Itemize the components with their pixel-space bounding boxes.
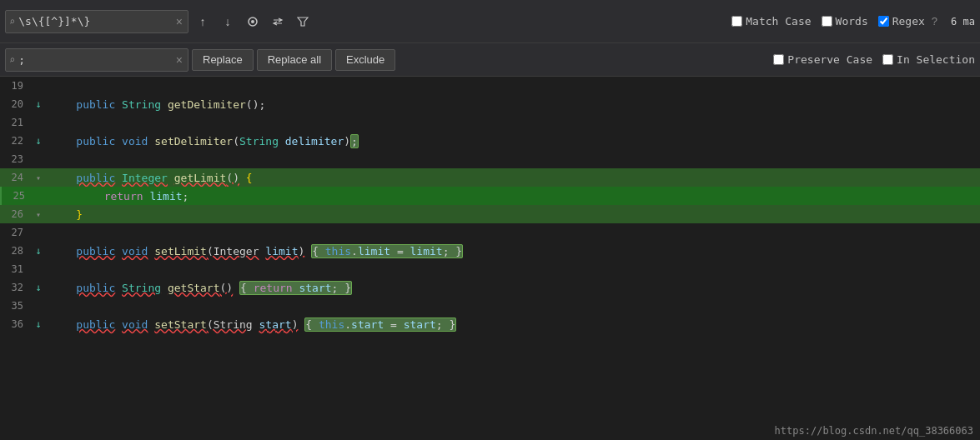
line-gutter: ↓ bbox=[30, 135, 47, 147]
code-line-22: 22 ↓ public void setDelimiter(String del… bbox=[0, 132, 980, 150]
replace-options: Preserve Case In Selection bbox=[768, 53, 975, 66]
code-line-23: 23 bbox=[0, 150, 980, 168]
next-match-button[interactable]: ↓ bbox=[217, 11, 239, 32]
code-line-32: 32 ↓ public String getStart() { return s… bbox=[0, 278, 980, 297]
toolbar-left: ⌕ × ↑ ↓ bbox=[5, 10, 723, 33]
toolbar-right: Match Case Words Regex ? 6 ma bbox=[726, 15, 975, 28]
replace-button[interactable]: Replace bbox=[192, 49, 254, 71]
line-number: 21 bbox=[0, 117, 30, 128]
toggle-replace-button[interactable] bbox=[267, 11, 289, 32]
code-line-21: 21 bbox=[0, 113, 980, 132]
line-content: public String getDelimiter(); bbox=[47, 98, 265, 111]
search-icon: ⌕ bbox=[9, 16, 15, 28]
code-line-25: 25 return limit; bbox=[0, 187, 980, 205]
words-label: Words bbox=[836, 15, 868, 28]
line-content: return limit; bbox=[48, 190, 188, 202]
in-selection-checkbox[interactable] bbox=[882, 54, 893, 65]
line-gutter: ▾ bbox=[30, 173, 47, 182]
line-gutter: ↓ bbox=[30, 282, 47, 293]
line-number: 26 bbox=[0, 208, 30, 220]
line-content: public Integer getLimit() { bbox=[47, 172, 253, 184]
search-input[interactable] bbox=[18, 15, 174, 28]
line-gutter: ↓ bbox=[30, 318, 47, 330]
words-group[interactable]: Words bbox=[822, 15, 868, 28]
code-line-19: 19 bbox=[0, 77, 980, 95]
replace-input-wrap: ⌕ × bbox=[5, 48, 188, 72]
match-case-label: Match Case bbox=[746, 15, 811, 28]
line-number: 19 bbox=[0, 80, 30, 92]
line-number: 36 bbox=[0, 318, 30, 330]
line-gutter: ↓ bbox=[30, 98, 47, 110]
code-line-20: 20 ↓ public String getDelimiter(); bbox=[0, 95, 980, 113]
line-content: public void setStart(String start) { thi… bbox=[47, 318, 456, 331]
preserve-case-label: Preserve Case bbox=[787, 53, 872, 66]
in-selection-group[interactable]: In Selection bbox=[882, 53, 975, 66]
clear-search-button[interactable]: × bbox=[174, 15, 184, 28]
line-number: 20 bbox=[0, 98, 30, 110]
clear-replace-button[interactable]: × bbox=[174, 53, 184, 67]
regex-group[interactable]: Regex bbox=[878, 15, 925, 28]
words-checkbox[interactable] bbox=[822, 16, 832, 27]
toolbar-row2: ⌕ × Replace Replace all Exclude Preserve… bbox=[0, 43, 980, 77]
code-line-26: 26 ▾ } bbox=[0, 205, 980, 223]
code-line-27: 27 bbox=[0, 223, 980, 242]
toolbar-row1: ⌕ × ↑ ↓ Match Case Words Regex ? bbox=[0, 0, 980, 43]
match-count: 6 ma bbox=[951, 16, 975, 28]
code-line-24: 24 ▾ public Integer getLimit() { bbox=[0, 168, 980, 187]
line-gutter: ↓ bbox=[30, 245, 47, 257]
bookmark-icon: ↓ bbox=[35, 135, 41, 147]
line-number: 25 bbox=[2, 190, 32, 202]
line-number: 24 bbox=[0, 172, 30, 183]
line-number: 35 bbox=[0, 300, 30, 312]
line-number: 22 bbox=[0, 135, 30, 147]
line-content: public String getStart() { return start;… bbox=[47, 282, 352, 294]
line-number: 32 bbox=[0, 282, 30, 293]
prev-match-button[interactable]: ↑ bbox=[192, 11, 214, 32]
code-line-31: 31 bbox=[0, 260, 980, 278]
fold-icon[interactable]: ▾ bbox=[36, 210, 41, 219]
preserve-case-group[interactable]: Preserve Case bbox=[773, 53, 872, 66]
exclude-button[interactable]: Exclude bbox=[335, 49, 395, 71]
line-number: 27 bbox=[0, 227, 30, 238]
code-area: 19 20 ↓ public String getDelimiter(); 21… bbox=[0, 77, 980, 440]
regex-label: Regex bbox=[892, 15, 925, 28]
bookmark-icon: ↓ bbox=[35, 98, 41, 110]
replace-input-area: ⌕ × Replace Replace all Exclude bbox=[5, 48, 765, 72]
fold-icon[interactable]: ▾ bbox=[36, 173, 41, 182]
code-line-35: 35 bbox=[0, 297, 980, 315]
in-selection-label: In Selection bbox=[897, 53, 975, 66]
footer-url: https://blog.csdn.net/qq_38366063 bbox=[775, 425, 973, 437]
svg-point-1 bbox=[251, 20, 254, 23]
bookmark-icon: ↓ bbox=[35, 318, 41, 330]
match-case-group[interactable]: Match Case bbox=[731, 15, 811, 28]
replace-input[interactable] bbox=[18, 53, 174, 66]
search-input-wrap: ⌕ × bbox=[5, 10, 188, 33]
line-content: public void setLimit(Integer limit) { th… bbox=[47, 245, 463, 258]
match-case-checkbox[interactable] bbox=[731, 16, 742, 27]
replace-icon: ⌕ bbox=[9, 54, 15, 66]
line-number: 23 bbox=[0, 153, 30, 165]
help-button[interactable]: ? bbox=[930, 15, 939, 28]
bookmark-icon: ↓ bbox=[35, 245, 41, 257]
code-line-28: 28 ↓ public void setLimit(Integer limit)… bbox=[0, 242, 980, 260]
line-gutter: ▾ bbox=[30, 210, 47, 219]
line-number: 28 bbox=[0, 245, 30, 257]
replace-all-button[interactable]: Replace all bbox=[257, 49, 332, 71]
line-number: 31 bbox=[0, 263, 30, 275]
preserve-case-checkbox[interactable] bbox=[773, 54, 784, 65]
regex-checkbox[interactable] bbox=[878, 16, 889, 27]
select-all-button[interactable] bbox=[242, 11, 264, 32]
line-content: public void setDelimiter(String delimite… bbox=[47, 135, 359, 148]
filter-button[interactable] bbox=[292, 11, 314, 32]
code-line-36: 36 ↓ public void setStart(String start) … bbox=[0, 315, 980, 333]
bookmark-icon: ↓ bbox=[35, 282, 41, 293]
line-content: } bbox=[47, 208, 83, 221]
svg-marker-2 bbox=[298, 18, 308, 26]
